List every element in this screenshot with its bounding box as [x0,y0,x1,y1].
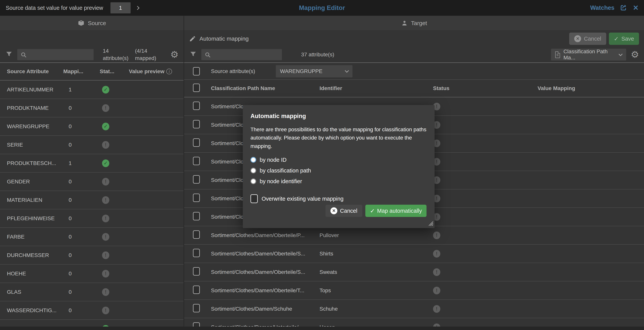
target-table-row[interactable]: Sortiment/Clothes/Damen/Oberteile/T... T… [184,281,644,300]
mapping-count: 0 [63,142,100,148]
target-table-row[interactable]: Sortiment/Clothes/Damen/Oberteile/S... S… [184,263,644,281]
source-table-row[interactable]: WASSERDICHTIG... 0 ! [0,301,184,320]
radio-option[interactable]: by classification path [250,165,427,176]
source-attribute-value: WARENGRUPPE [280,68,322,74]
col-status[interactable]: Status [432,85,538,91]
status-warn-icon: ! [102,288,109,296]
chevron-right-icon [136,6,140,10]
target-table-row[interactable]: Sortiment/Clothes/Damen/Schuhe Schuhe ! [184,300,644,318]
radio-option-label: by node identifier [260,178,302,185]
overwrite-checkbox[interactable] [250,194,258,203]
source-table-row[interactable]: HOEHE 0 ! [0,265,184,283]
identifier: Shirts [320,251,432,257]
filter-funnel-icon[interactable] [190,51,196,58]
gear-icon[interactable]: ⚙ [170,50,178,59]
source-table-row[interactable]: WARENGRUPPE 0 ✓ [0,117,184,136]
col-status[interactable]: Stat... [100,68,129,74]
next-dataset-button[interactable] [136,6,139,9]
row-checkbox[interactable] [193,230,200,239]
row-checkbox[interactable] [193,212,200,220]
status-cell: ! [100,270,129,278]
row-checkbox[interactable] [193,304,200,312]
select-all-checkbox[interactable] [193,67,200,75]
status-warn-icon: ! [102,104,109,112]
map-automatically-button[interactable]: ✓ Map automatically [365,205,426,217]
row-checkbox[interactable] [193,138,200,147]
row-checkbox[interactable] [193,194,200,202]
source-attribute-row: Source attribute(s) WARENGRUPPE [184,63,644,80]
target-search-input[interactable] [201,49,282,60]
radio-selected-icon[interactable] [250,157,256,163]
col-mapping[interactable]: Mappi... [63,68,100,74]
row-checkbox[interactable] [193,267,200,276]
row-checkbox[interactable] [193,286,200,294]
source-table-row[interactable]: GLAS 0 ! [0,283,184,301]
save-button[interactable]: ✓ Save [609,32,639,45]
dataset-value-input[interactable] [110,2,130,13]
radio-unselected-icon[interactable] [250,168,256,173]
col-identifier[interactable]: Identifier [320,85,432,91]
mapping-type-dropdown[interactable]: c Classification Path Ma... [551,49,626,60]
cancel-button[interactable]: ✕ Cancel [569,32,606,45]
source-table-row[interactable]: DURCHMESSER 0 ! [0,246,184,265]
status-cell: ! [100,104,129,112]
source-search-input[interactable] [17,49,94,60]
mapping-editor-window: Source data set value for value preview … [0,0,644,330]
info-icon[interactable]: i [166,69,172,74]
source-attribute-name: PRODUKTNAME [0,105,63,111]
export-icon[interactable] [620,4,628,12]
col-value-preview[interactable]: Value preview [129,68,164,74]
source-attribute-name: PFLEGEHINWEISE [0,215,63,222]
status-cell: ! [432,232,538,239]
col-value-mapping[interactable]: Value Mapping [538,85,644,91]
radio-option-label: by node ID [260,157,286,163]
status-warn-icon: ! [433,250,440,258]
status-cell: ✓ [100,86,129,93]
chevron-down-icon [345,69,349,73]
target-table-row[interactable]: Sortiment/Clothes/Damen/Oberteile/S... S… [184,245,644,263]
source-attribute-dropdown[interactable]: WARENGRUPPE [276,65,352,77]
row-checkbox[interactable] [193,157,200,165]
source-table-row[interactable]: MATERIALIEN 0 ! [0,191,184,209]
gear-icon[interactable]: ⚙ [631,50,639,59]
overwrite-option[interactable]: Overwrite existing value mapping [250,194,427,203]
col-source-attribute[interactable]: Source Attribute [0,68,63,74]
source-attribute-name: WASSERDICHTIG... [0,307,63,314]
row-checkbox[interactable] [193,120,200,128]
source-table-row[interactable]: GENDER 0 ! [0,172,184,191]
status-warn-icon: ! [102,215,109,222]
close-icon[interactable]: ✕ [633,4,639,11]
filter-funnel-icon[interactable] [6,51,12,58]
mapping-count: 0 [63,105,100,111]
source-table-row[interactable]: PRODUKTBESCH... 1 ✓ [0,154,184,172]
row-checkbox[interactable] [193,102,200,110]
status-ok-icon: ✓ [102,123,109,130]
status-warn-icon: ! [433,268,440,276]
status-cell: ! [432,139,538,147]
source-table-row[interactable]: FARBE 0 ! [0,228,184,246]
dialog-resize-handle[interactable] [427,220,434,227]
radio-option[interactable]: by node ID [250,154,427,165]
source-table-row[interactable]: PFLEGEHINWEISE 0 ! [0,209,184,228]
automatic-mapping-dialog: Automatic mapping There are three possib… [243,105,434,228]
source-attributes-label: Source attribute(s) [211,68,265,74]
radio-option[interactable]: by node identifier [250,176,427,187]
page-title: Mapping Editor [299,4,345,11]
header-checkbox[interactable] [193,83,200,92]
radio-unselected-icon[interactable] [250,178,256,184]
source-table-row[interactable]: PRODUKTNAME 0 ! [0,99,184,117]
status-warn-icon: ! [102,270,109,278]
status-cell: ! [432,103,538,110]
target-table-row[interactable]: Sortiment/Clothes/Damen/Oberteile/P... P… [184,226,644,245]
row-checkbox[interactable] [193,175,200,184]
source-panel-header: Source [0,16,184,31]
source-attribute-count: 14 attribute(s) [103,47,127,62]
dialog-cancel-button[interactable]: ✕ Cancel [326,205,362,217]
status-ok-icon: ✓ [102,86,109,93]
col-classification-path-name[interactable]: Classification Path Name [205,85,320,91]
row-checkbox[interactable] [193,249,200,257]
source-table-row[interactable]: SERIE 0 ! [0,136,184,154]
source-table-row[interactable]: ARTIKELNUMMER 1 ✓ [0,80,184,99]
watches-link[interactable]: Watches [590,4,614,11]
status-warn-icon: ! [102,307,109,314]
